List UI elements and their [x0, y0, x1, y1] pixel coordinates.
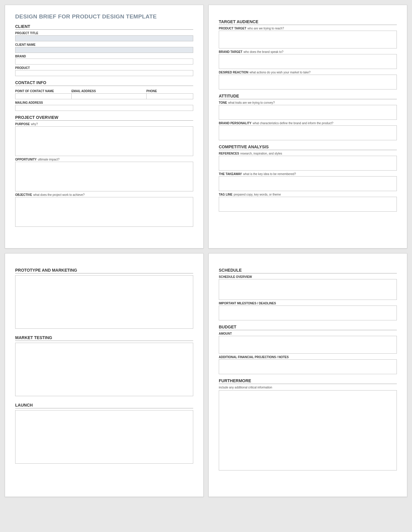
input-email[interactable] [71, 93, 146, 99]
hint-opportunity: ultimate impact? [38, 158, 59, 161]
input-amount[interactable] [219, 336, 397, 354]
section-furthermore: FURTHERMORE [219, 378, 397, 384]
hint-objective: what does the project work to achieve? [33, 193, 85, 196]
label-tagline: TAG LINE [219, 193, 232, 196]
label-objective: OBJECTIVE [15, 193, 32, 196]
label-milestones: IMPORTANT MILESTONES / DEADLINES [219, 302, 397, 305]
label-project-title: PROJECT TITLE [15, 32, 193, 35]
section-schedule: SCHEDULE [219, 268, 397, 273]
section-market-testing: MARKET TESTING [15, 335, 193, 341]
page-1-right: TARGET AUDIENCE PRODUCT TARGET who are w… [208, 5, 407, 248]
label-brand-target: BRAND TARGET [219, 50, 242, 53]
label-amount: AMOUNT [219, 332, 397, 335]
label-brand: BRAND [15, 55, 193, 58]
section-project-overview: PROJECT OVERVIEW [15, 115, 193, 121]
input-prototype-marketing[interactable] [15, 275, 193, 329]
label-tone: TONE [219, 101, 227, 104]
section-client: CLIENT [15, 24, 193, 30]
input-references[interactable] [219, 156, 397, 171]
section-contact-info: CONTACT INFO [15, 80, 193, 86]
input-objective[interactable] [15, 197, 193, 227]
label-desired-reaction: DESIRED REACTION [219, 71, 248, 74]
input-desired-reaction[interactable] [219, 75, 397, 89]
hint-purpose: why? [31, 122, 38, 126]
page-1-left: DESIGN BRIEF FOR PRODUCT DESIGN TEMPLATE… [5, 5, 204, 248]
input-financial-projections[interactable] [219, 359, 397, 374]
label-phone: PHONE [146, 89, 193, 93]
input-brand[interactable] [15, 59, 193, 64]
label-product: PRODUCT [15, 66, 193, 70]
hint-references: research, inspiration, and styles [240, 152, 282, 155]
page-2-right: SCHEDULE SCHEDULE OVERVIEW IMPORTANT MIL… [208, 253, 407, 497]
hint-takeaway: what is the key idea to be remembered? [243, 172, 296, 176]
input-product-target[interactable] [219, 31, 397, 48]
input-takeaway[interactable] [219, 176, 397, 191]
input-furthermore[interactable] [219, 390, 397, 470]
section-competitive-analysis: COMPETITIVE ANALYSIS [219, 144, 397, 150]
label-financial-projections: ADDITIONAL FINANCIAL PROJECTIONS / NOTES [219, 355, 397, 359]
section-budget: BUDGET [219, 325, 397, 330]
input-mailing-address[interactable] [15, 105, 193, 111]
input-market-testing[interactable] [15, 343, 193, 396]
input-schedule-overview[interactable] [219, 279, 397, 300]
hint-desired-reaction: what actions do you wish your market to … [249, 71, 310, 74]
input-brand-personality[interactable] [219, 125, 397, 140]
input-purpose[interactable] [15, 126, 193, 156]
page-2-left: PROTOTYPE AND MARKETING MARKET TESTING L… [5, 253, 204, 497]
hint-product-target: who are we trying to reach? [248, 27, 284, 30]
label-schedule-overview: SCHEDULE OVERVIEW [219, 275, 397, 278]
section-attitude: ATTITUDE [219, 94, 397, 99]
label-opportunity: OPPORTUNITY [15, 158, 37, 161]
contact-row: POINT OF CONTACT NAME EMAIL ADDRESS PHON… [15, 88, 193, 99]
input-opportunity[interactable] [15, 162, 193, 191]
section-launch: LAUNCH [15, 403, 193, 408]
document-grid: DESIGN BRIEF FOR PRODUCT DESIGN TEMPLATE… [5, 5, 407, 497]
input-launch[interactable] [15, 410, 193, 464]
label-product-target: PRODUCT TARGET [219, 27, 246, 30]
label-email: EMAIL ADDRESS [71, 89, 146, 93]
input-milestones[interactable] [219, 306, 397, 320]
label-mailing-address: MAILING ADDRESS [15, 101, 193, 104]
hint-tagline: prepared copy, key words, or theme [234, 193, 281, 196]
label-takeaway: THE TAKEAWAY [219, 172, 242, 176]
hint-brand-target: who does the brand speak to? [243, 50, 283, 53]
document-title: DESIGN BRIEF FOR PRODUCT DESIGN TEMPLATE [15, 13, 193, 20]
label-client-name: CLIENT NAME [15, 43, 193, 46]
hint-tone: what traits are we trying to convey? [228, 101, 275, 104]
label-poc-name: POINT OF CONTACT NAME [15, 89, 71, 93]
input-brand-target[interactable] [219, 54, 397, 69]
input-poc-name[interactable] [15, 93, 71, 99]
input-product[interactable] [15, 70, 193, 76]
label-brand-personality: BRAND PERSONALITY [219, 122, 251, 125]
label-purpose: PURPOSE [15, 122, 30, 126]
section-target-audience: TARGET AUDIENCE [219, 19, 397, 25]
hint-brand-personality: what characteristics define the brand an… [253, 122, 333, 125]
section-prototype-marketing: PROTOTYPE AND MARKETING [15, 268, 193, 273]
input-phone[interactable] [146, 93, 193, 99]
input-tagline[interactable] [219, 197, 397, 212]
input-client-name[interactable] [15, 47, 193, 53]
input-project-title[interactable] [15, 35, 193, 41]
label-references: REFERENCES [219, 152, 239, 155]
hint-furthermore: include any additional critical informat… [219, 386, 397, 389]
input-tone[interactable] [219, 105, 397, 120]
